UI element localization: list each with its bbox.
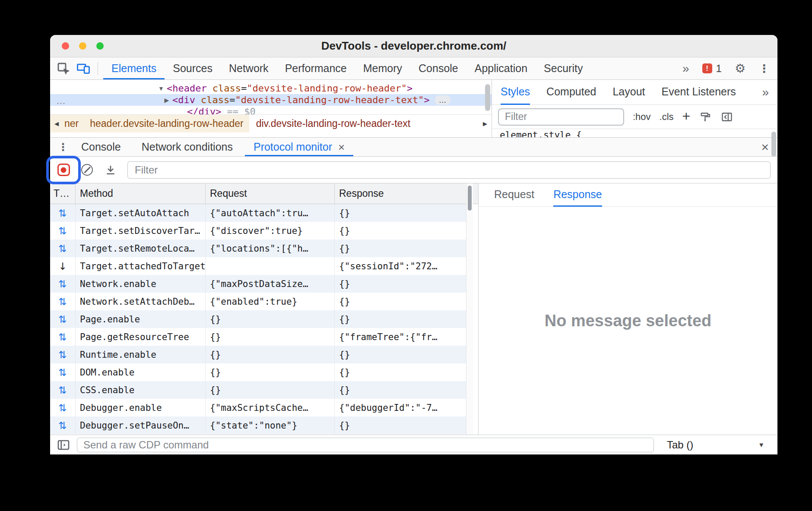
more-panels-icon[interactable]: »	[682, 63, 689, 75]
table-row[interactable]: ⇅ CSS.enable {} {}	[50, 381, 466, 399]
table-row[interactable]: ⇅ Page.getResourceTree {} {"frameTree":{…	[50, 328, 466, 346]
save-icon[interactable]	[104, 164, 117, 177]
table-row[interactable]: ⇅ Target.setRemoteLoca… {"locations":[{"…	[50, 240, 466, 257]
main-toolbar: Elements Sources Network Performance Mem…	[50, 57, 777, 80]
close-window-button[interactable]	[62, 42, 69, 50]
attr-name-token: class	[213, 83, 241, 94]
toolbar-separator	[98, 62, 98, 75]
drawer-tab-label: Network conditions	[142, 141, 233, 153]
toggle-element-state-button[interactable]: :hov	[633, 111, 651, 123]
direction-icon: ⇅	[50, 328, 76, 346]
dom-node-div-close[interactable]: </div> == $0	[50, 106, 492, 114]
tab-computed[interactable]: Computed	[546, 80, 596, 105]
table-row[interactable]: ⇅ Network.enable {"maxPostDataSize… {}	[50, 275, 466, 293]
new-style-rule-button[interactable]: +	[682, 108, 691, 124]
drawer-tab-network-conditions[interactable]: Network conditions	[133, 138, 241, 156]
response-cell: {}	[335, 363, 466, 381]
drawer-tab-console[interactable]: Console	[73, 138, 130, 156]
sidebar-toggle-icon[interactable]	[720, 110, 733, 123]
response-cell: {}	[335, 293, 466, 310]
cdp-command-input[interactable]	[77, 438, 654, 452]
protocol-filter-input[interactable]	[127, 161, 771, 179]
element-classes-button[interactable]: .cls	[660, 111, 674, 123]
device-toolbar-icon[interactable]	[76, 61, 91, 76]
method-cell: Network.setAttachDeb…	[76, 293, 206, 310]
table-row[interactable]: ⇅ Target.setAutoAttach {"autoAttach":tru…	[50, 204, 466, 222]
request-cell: {}	[206, 346, 335, 363]
drawer-menu-kebab-icon[interactable]: ⋮	[55, 138, 71, 156]
method-cell: Page.enable	[76, 310, 206, 328]
tag-close-bracket-token: >	[407, 83, 412, 94]
expand-open-icon[interactable]: ▼	[155, 85, 167, 92]
dom-node-div-selected[interactable]: ▶ <div class = "devsite-landing-row-head…	[50, 94, 492, 106]
table-row[interactable]: ⇅ Network.setAttachDeb… {"enabled":true}…	[50, 293, 466, 310]
record-button-anchor	[56, 163, 71, 177]
drawer-tab-protocol-monitor[interactable]: Protocol monitor ×	[245, 138, 353, 156]
breadcrumb-item-clipped[interactable]: ner	[63, 115, 84, 132]
minimize-window-button[interactable]	[79, 42, 86, 50]
record-button[interactable]	[57, 164, 70, 176]
zoom-window-button[interactable]	[96, 42, 104, 50]
table-row[interactable]: ⇅ Runtime.enable {} {}	[50, 346, 466, 363]
request-cell: {"maxPostDataSize…	[206, 275, 335, 293]
collapsed-content-icon[interactable]: …	[435, 95, 450, 105]
breadcrumb-item-header[interactable]: header.devsite-landing-row-header	[84, 115, 249, 132]
table-scrollbar[interactable]	[466, 183, 473, 435]
table-row[interactable]: ⇅ DOM.enable {} {}	[50, 363, 466, 381]
styles-panel: Styles Computed Layout Event Listeners »…	[492, 80, 777, 137]
tab-performance[interactable]: Performance	[277, 57, 355, 79]
method-cell: Target.setDiscoverTar…	[76, 222, 206, 240]
detail-tab-request[interactable]: Request	[494, 183, 534, 207]
detail-tab-response[interactable]: Response	[553, 183, 602, 207]
inspect-icon[interactable]	[56, 61, 71, 76]
tab-network[interactable]: Network	[221, 57, 277, 79]
dom-node-header-open[interactable]: ▼ <header class = "devsite-landing-row-h…	[50, 82, 492, 94]
tab-event-listeners[interactable]: Event Listeners	[662, 80, 736, 105]
request-cell: {"maxScriptsCache…	[206, 399, 335, 416]
tab-security[interactable]: Security	[536, 57, 591, 79]
expand-panel-icon[interactable]	[56, 438, 71, 452]
elements-scrollbar-thumb[interactable]	[485, 84, 490, 111]
clear-icon[interactable]	[81, 164, 93, 176]
main-menu-kebab-icon[interactable]: ⋮	[758, 63, 770, 74]
styles-scrollbar-thumb[interactable]	[771, 132, 776, 157]
gutter-more-icon[interactable]: …	[56, 95, 67, 107]
issues-badge[interactable]: ! 1	[702, 63, 722, 75]
request-cell: {"discover":true}	[206, 222, 335, 240]
tab-console[interactable]: Console	[410, 57, 466, 79]
method-cell: Runtime.enable	[76, 346, 206, 363]
table-row[interactable]: ⇅ Page.enable {} {}	[50, 310, 466, 328]
method-cell: DOM.enable	[76, 363, 206, 381]
close-tab-icon[interactable]: ×	[338, 142, 345, 153]
tab-application[interactable]: Application	[466, 57, 536, 79]
direction-icon: ⇅	[50, 222, 76, 240]
tab-memory[interactable]: Memory	[355, 57, 410, 79]
expand-closed-icon[interactable]: ▶	[161, 97, 172, 104]
more-sidebar-tabs-icon[interactable]: »	[762, 86, 769, 98]
tab-layout[interactable]: Layout	[612, 80, 645, 105]
tab-elements[interactable]: Elements	[103, 57, 165, 79]
settings-gear-icon[interactable]: ⚙	[735, 63, 745, 75]
breadcrumb-left-arrow-icon[interactable]: ◀	[50, 115, 63, 132]
styles-filter-input[interactable]	[498, 108, 624, 126]
breadcrumb-right-arrow-icon[interactable]: ▶	[479, 115, 492, 132]
close-drawer-icon[interactable]: ×	[761, 141, 769, 154]
tab-styles[interactable]: Styles	[501, 80, 530, 105]
response-cell: {"debuggerId":"-7…	[335, 399, 466, 416]
paint-roller-icon[interactable]	[699, 110, 712, 123]
table-row[interactable]: ↓ Target.attachedToTarget {"sessionId":"…	[50, 257, 466, 275]
request-cell: {"autoAttach":tru…	[206, 204, 335, 222]
table-scrollbar-thumb[interactable]	[468, 186, 472, 211]
element-style-rule[interactable]: element.style {	[500, 130, 582, 137]
table-row[interactable]: ⇅ Target.setDiscoverTar… {"discover":tru…	[50, 222, 466, 240]
method-cell: Debugger.setPauseOn…	[76, 416, 206, 434]
drawer-tab-label: Protocol monitor	[254, 141, 332, 153]
traffic-lights	[62, 42, 104, 50]
table-row[interactable]: ⇅ Debugger.setPauseOn… {"state":"none"} …	[50, 416, 466, 434]
breadcrumb-item-div-selected[interactable]: div.devsite-landing-row-header-text	[249, 115, 418, 132]
attr-name-token: class	[201, 95, 229, 105]
method-cell: Target.attachedToTarget	[76, 257, 206, 275]
table-row[interactable]: ⇅ Debugger.enable {"maxScriptsCache… {"d…	[50, 399, 466, 416]
target-dropdown[interactable]: Tab () ▼	[663, 435, 771, 454]
tab-sources[interactable]: Sources	[165, 57, 221, 79]
